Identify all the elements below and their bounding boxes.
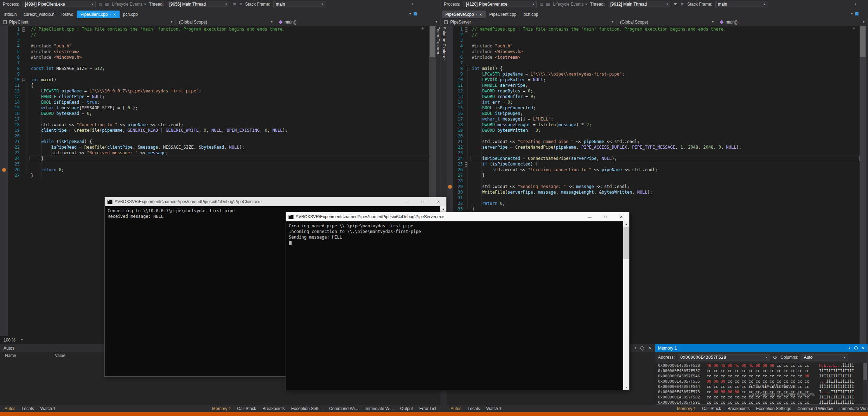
code-line[interactable]: 27}	[0, 173, 429, 178]
code-text[interactable]: clientPipe = CreateFile(pipeName, GENERI…	[30, 128, 429, 133]
code-line[interactable]: 12 LPCWSTR pipeName = L"\\\\10.0.0.7\\pi…	[0, 88, 429, 94]
glyph-margin-cell[interactable]	[0, 77, 8, 83]
address-input[interactable]: 0x000000E43057F528 ▾	[678, 354, 770, 360]
document-tab-pipeclient-cpp[interactable]: PipeClient.cpp	[486, 11, 520, 18]
code-text[interactable]: int err = 0;	[471, 99, 860, 105]
pin-icon[interactable]: ◦	[110, 13, 111, 16]
glyph-margin-cell[interactable]	[447, 99, 453, 105]
glyph-margin-cell[interactable]	[447, 144, 453, 150]
grid-icon[interactable]: ▦	[546, 2, 550, 6]
glyph-margin-cell[interactable]	[0, 38, 8, 43]
fold-collapse-icon[interactable]: −	[23, 78, 25, 82]
stack-frame-combo[interactable]: main ▾	[273, 1, 325, 7]
console-scrollbar[interactable]: ▲ ▼	[623, 221, 629, 390]
split-editor-icon[interactable]: +	[853, 26, 855, 31]
code-text[interactable]	[471, 195, 860, 201]
code-text[interactable]: HANDLE clientPipe = NULL;	[30, 94, 429, 99]
window-position-icon[interactable]: ▾	[634, 346, 636, 350]
tool-tab-exception-settings[interactable]: Exception Settings	[753, 405, 794, 412]
document-tab-corecrt-wstdio-h[interactable]: corecrt_wstdio.h	[20, 11, 58, 18]
scrollbar-thumb[interactable]	[623, 227, 629, 259]
code-line[interactable]: 6#include <Windows.h>	[0, 54, 429, 60]
sidebar-tab-solution-explorer[interactable]: Solution Explorer	[442, 27, 446, 60]
code-line[interactable]: 3	[447, 38, 860, 43]
code-line[interactable]: 13 DWORD readBuffer = 0;	[447, 94, 860, 99]
project-dropdown[interactable]: PipeServer ▾	[441, 18, 617, 26]
code-text[interactable]	[471, 60, 860, 66]
code-line[interactable]: 22 isPipeRead = ReadFile(clientPipe, &me…	[0, 144, 429, 150]
glyph-margin-cell[interactable]	[447, 173, 453, 178]
stack-frame-combo[interactable]: main ▾	[715, 1, 767, 7]
toolbar-overflow-icon[interactable]: ▾	[855, 2, 856, 6]
scroll-up-icon[interactable]: ▲	[440, 206, 446, 212]
close-tab-icon[interactable]: ✕	[113, 13, 116, 17]
tool-tab-breakpoints[interactable]: Breakpoints	[724, 405, 753, 412]
code-line[interactable]: 18 std::wcout << "Connecting to " << pip…	[0, 122, 429, 128]
glyph-margin-cell[interactable]	[447, 156, 453, 161]
code-line[interactable]: 11{	[0, 83, 429, 88]
code-line[interactable]: 3	[0, 38, 429, 43]
glyph-margin-cell[interactable]	[447, 88, 453, 94]
code-text[interactable]: }	[471, 206, 860, 212]
tool-tab-output[interactable]: Output	[397, 405, 416, 412]
glyph-margin-cell[interactable]	[447, 105, 453, 111]
scrollbar-thumb[interactable]	[860, 26, 866, 57]
code-line[interactable]: 10 LPVOID pipeBuffer = NULL;	[447, 77, 860, 83]
code-text[interactable]: std::wcout << "Connecting to " << pipeNa…	[30, 122, 429, 128]
process-combo[interactable]: [4120] PipeServer.exe ▾	[464, 1, 537, 7]
code-text[interactable]: const int MESSAGE_SIZE = 512;	[30, 66, 429, 71]
close-icon[interactable]: ✕	[648, 346, 651, 350]
glyph-margin-cell[interactable]	[447, 167, 453, 173]
code-text[interactable]	[30, 161, 429, 167]
glyph-margin-cell[interactable]	[0, 133, 8, 139]
glyph-margin-cell[interactable]	[0, 88, 8, 94]
thread-combo[interactable]: [9612] Main Thread ▾	[608, 1, 670, 7]
tool-tab-command-window[interactable]: Command Window	[794, 405, 836, 412]
console-titlebar[interactable]: \\VBOXSVR\Experiments\namedPipes\namedPi…	[286, 212, 629, 221]
tool-tab-watch-1[interactable]: Watch 1	[483, 405, 505, 412]
close-button[interactable]: ✕	[430, 197, 446, 206]
code-text[interactable]: DWORD bytesRead = 0;	[30, 111, 429, 116]
glyph-margin-cell[interactable]	[447, 71, 453, 77]
code-text[interactable]: while (isPipeRead) {	[30, 139, 429, 144]
code-text[interactable]: //	[471, 32, 860, 38]
lifecycle-events-button[interactable]: Lifecycle Events ▾	[553, 2, 587, 7]
breakpoint-icon[interactable]	[448, 185, 452, 189]
filter-funnel-icon[interactable]	[674, 3, 677, 5]
tool-tab-call-stack[interactable]: Call Stack	[699, 405, 724, 412]
glyph-margin-cell[interactable]	[447, 161, 453, 167]
pin-icon[interactable]: ◦	[476, 13, 477, 16]
glyph-margin-cell[interactable]	[447, 32, 453, 38]
console-titlebar[interactable]: \\VBOXSVR\Experiments\namedPipes\namedPi…	[105, 197, 446, 206]
code-text[interactable]: DWORD messageLenght = lstrlen(message) *…	[471, 122, 860, 128]
code-text[interactable]: if (isPipeConnected) {	[471, 161, 860, 167]
code-text[interactable]: // namedPipes.cpp : This file contains t…	[471, 26, 860, 32]
glyph-margin-cell[interactable]	[0, 66, 8, 71]
code-line[interactable]: 16 BOOL isPipeOpen;	[447, 111, 860, 116]
tool-tab-breakpoints[interactable]: Breakpoints	[259, 405, 288, 412]
code-line[interactable]: 5#include <iostream>	[0, 49, 429, 54]
glyph-margin-cell[interactable]	[447, 77, 453, 83]
maximize-button[interactable]: □	[415, 197, 430, 206]
code-text[interactable]: wchar_t message[MESSAGE_SIZE] = { 0 };	[30, 105, 429, 111]
code-line[interactable]: 33}	[447, 206, 860, 212]
code-text[interactable]	[30, 133, 429, 139]
tool-tab-command-wi[interactable]: Command Wi...	[326, 405, 362, 412]
glyph-margin-cell[interactable]	[0, 105, 8, 111]
glyph-margin-cell[interactable]	[0, 54, 8, 60]
glyph-margin-cell[interactable]	[0, 43, 8, 49]
code-text[interactable]: DWORD readBuffer = 0;	[471, 94, 860, 99]
code-line[interactable]: 19 DWORD bytesWritten = 0;	[447, 128, 860, 133]
glyph-margin-cell[interactable]	[447, 206, 453, 212]
code-line[interactable]: 32 return 0;	[447, 201, 860, 206]
tool-tab-memory-1[interactable]: Memory 1	[674, 405, 699, 412]
glyph-margin-cell[interactable]	[447, 94, 453, 99]
code-line[interactable]: 5#include <Windows.h>	[447, 49, 860, 54]
code-line[interactable]: 24 }	[0, 156, 429, 161]
tab-list-chevron-icon[interactable]: ▾	[851, 12, 853, 15]
tool-tab-memory-1[interactable]: Memory 1	[209, 405, 234, 412]
code-text[interactable]: LPVOID pipeBuffer = NULL;	[471, 77, 860, 83]
thread-combo[interactable]: [9656] Main Thread ▾	[167, 1, 229, 7]
document-tab-iosfwd[interactable]: iosfwd	[58, 11, 77, 18]
process-combo[interactable]: [4984] PipeClient.exe ▾	[23, 1, 96, 7]
